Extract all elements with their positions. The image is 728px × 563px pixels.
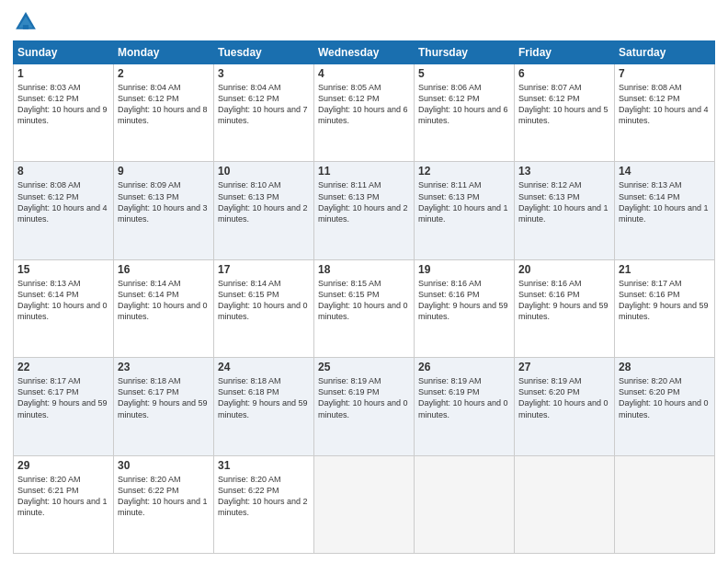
- day-number: 12: [418, 165, 510, 178]
- day-info: Sunrise: 8:20 AMSunset: 6:22 PMDaylight:…: [218, 474, 310, 519]
- day-info: Sunrise: 8:17 AMSunset: 6:16 PMDaylight:…: [619, 278, 711, 323]
- day-number: 9: [118, 165, 210, 178]
- calendar-day-cell: 21Sunrise: 8:17 AMSunset: 6:16 PMDayligh…: [615, 259, 715, 357]
- calendar-day-cell: 14Sunrise: 8:13 AMSunset: 6:14 PMDayligh…: [615, 162, 715, 259]
- day-number: 6: [518, 67, 610, 80]
- day-info: Sunrise: 8:19 AMSunset: 6:20 PMDaylight:…: [518, 375, 610, 420]
- day-of-week-header: Tuesday: [214, 41, 314, 64]
- day-number: 16: [118, 263, 210, 276]
- calendar-day-cell: 16Sunrise: 8:14 AMSunset: 6:14 PMDayligh…: [114, 259, 214, 357]
- day-info: Sunrise: 8:14 AMSunset: 6:15 PMDaylight:…: [218, 278, 310, 323]
- day-info: Sunrise: 8:18 AMSunset: 6:17 PMDaylight:…: [118, 375, 210, 420]
- day-info: Sunrise: 8:08 AMSunset: 6:12 PMDaylight:…: [619, 82, 711, 127]
- day-info: Sunrise: 8:07 AMSunset: 6:12 PMDaylight:…: [518, 82, 610, 127]
- calendar-day-cell: 31Sunrise: 8:20 AMSunset: 6:22 PMDayligh…: [214, 455, 314, 553]
- calendar-day-cell: 30Sunrise: 8:20 AMSunset: 6:22 PMDayligh…: [114, 455, 214, 553]
- calendar-day-cell: 22Sunrise: 8:17 AMSunset: 6:17 PMDayligh…: [14, 358, 114, 455]
- logo: [13, 9, 40, 35]
- header: [13, 9, 715, 35]
- day-of-week-header: Saturday: [615, 41, 715, 64]
- page: SundayMondayTuesdayWednesdayThursdayFrid…: [0, 0, 728, 563]
- day-info: Sunrise: 8:18 AMSunset: 6:18 PMDaylight:…: [218, 375, 310, 420]
- day-info: Sunrise: 8:20 AMSunset: 6:21 PMDaylight:…: [17, 474, 109, 519]
- calendar-day-cell: [515, 455, 615, 553]
- calendar-week-row: 8Sunrise: 8:08 AMSunset: 6:12 PMDaylight…: [14, 162, 715, 259]
- day-info: Sunrise: 8:08 AMSunset: 6:12 PMDaylight:…: [17, 179, 109, 224]
- day-number: 1: [17, 67, 109, 80]
- day-number: 22: [17, 361, 109, 373]
- day-info: Sunrise: 8:11 AMSunset: 6:13 PMDaylight:…: [318, 179, 410, 224]
- day-info: Sunrise: 8:16 AMSunset: 6:16 PMDaylight:…: [418, 278, 510, 323]
- calendar-day-cell: 28Sunrise: 8:20 AMSunset: 6:20 PMDayligh…: [615, 358, 715, 455]
- day-info: Sunrise: 8:12 AMSunset: 6:13 PMDaylight:…: [518, 179, 610, 224]
- day-info: Sunrise: 8:04 AMSunset: 6:12 PMDaylight:…: [118, 82, 210, 127]
- day-info: Sunrise: 8:16 AMSunset: 6:16 PMDaylight:…: [518, 278, 610, 323]
- calendar-day-cell: 4Sunrise: 8:05 AMSunset: 6:12 PMDaylight…: [314, 64, 415, 162]
- calendar-day-cell: 13Sunrise: 8:12 AMSunset: 6:13 PMDayligh…: [515, 162, 615, 259]
- day-number: 13: [518, 165, 610, 178]
- day-number: 20: [518, 263, 610, 276]
- day-info: Sunrise: 8:05 AMSunset: 6:12 PMDaylight:…: [318, 82, 410, 127]
- day-number: 8: [17, 165, 109, 178]
- day-number: 7: [619, 67, 711, 80]
- calendar-day-cell: 2Sunrise: 8:04 AMSunset: 6:12 PMDaylight…: [114, 64, 214, 162]
- calendar-day-cell: 24Sunrise: 8:18 AMSunset: 6:18 PMDayligh…: [214, 358, 314, 455]
- day-info: Sunrise: 8:10 AMSunset: 6:13 PMDaylight:…: [218, 179, 310, 224]
- calendar-day-cell: 10Sunrise: 8:10 AMSunset: 6:13 PMDayligh…: [214, 162, 314, 259]
- day-number: 19: [418, 263, 510, 276]
- calendar-day-cell: 19Sunrise: 8:16 AMSunset: 6:16 PMDayligh…: [415, 259, 515, 357]
- calendar-day-cell: 23Sunrise: 8:18 AMSunset: 6:17 PMDayligh…: [114, 358, 214, 455]
- day-number: 24: [218, 361, 310, 373]
- day-number: 21: [619, 263, 711, 276]
- day-info: Sunrise: 8:06 AMSunset: 6:12 PMDaylight:…: [418, 82, 510, 127]
- day-info: Sunrise: 8:13 AMSunset: 6:14 PMDaylight:…: [619, 179, 711, 224]
- day-info: Sunrise: 8:20 AMSunset: 6:20 PMDaylight:…: [619, 375, 711, 420]
- calendar-day-cell: 26Sunrise: 8:19 AMSunset: 6:19 PMDayligh…: [415, 358, 515, 455]
- calendar-week-row: 1Sunrise: 8:03 AMSunset: 6:12 PMDaylight…: [14, 64, 715, 162]
- calendar-day-cell: 12Sunrise: 8:11 AMSunset: 6:13 PMDayligh…: [415, 162, 515, 259]
- day-number: 11: [318, 165, 410, 178]
- day-number: 27: [518, 361, 610, 373]
- day-info: Sunrise: 8:17 AMSunset: 6:17 PMDaylight:…: [17, 375, 109, 420]
- day-number: 4: [318, 67, 410, 80]
- day-info: Sunrise: 8:20 AMSunset: 6:22 PMDaylight:…: [118, 474, 210, 519]
- day-info: Sunrise: 8:11 AMSunset: 6:13 PMDaylight:…: [418, 179, 510, 224]
- calendar-day-cell: 18Sunrise: 8:15 AMSunset: 6:15 PMDayligh…: [314, 259, 415, 357]
- day-of-week-header: Sunday: [14, 41, 114, 64]
- day-info: Sunrise: 8:13 AMSunset: 6:14 PMDaylight:…: [17, 278, 109, 323]
- logo-icon: [13, 9, 39, 35]
- day-info: Sunrise: 8:19 AMSunset: 6:19 PMDaylight:…: [418, 375, 510, 420]
- calendar-week-row: 22Sunrise: 8:17 AMSunset: 6:17 PMDayligh…: [14, 358, 715, 455]
- calendar: SundayMondayTuesdayWednesdayThursdayFrid…: [13, 40, 715, 554]
- calendar-header-row: SundayMondayTuesdayWednesdayThursdayFrid…: [14, 41, 715, 64]
- calendar-day-cell: 9Sunrise: 8:09 AMSunset: 6:13 PMDaylight…: [114, 162, 214, 259]
- day-number: 29: [17, 459, 109, 472]
- calendar-day-cell: 5Sunrise: 8:06 AMSunset: 6:12 PMDaylight…: [415, 64, 515, 162]
- day-number: 5: [418, 67, 510, 80]
- day-number: 26: [418, 361, 510, 373]
- calendar-day-cell: 7Sunrise: 8:08 AMSunset: 6:12 PMDaylight…: [615, 64, 715, 162]
- day-number: 14: [619, 165, 711, 178]
- day-number: 3: [218, 67, 310, 80]
- day-info: Sunrise: 8:04 AMSunset: 6:12 PMDaylight:…: [218, 82, 310, 127]
- calendar-day-cell: 17Sunrise: 8:14 AMSunset: 6:15 PMDayligh…: [214, 259, 314, 357]
- day-info: Sunrise: 8:19 AMSunset: 6:19 PMDaylight:…: [318, 375, 410, 420]
- day-number: 23: [118, 361, 210, 373]
- day-number: 2: [118, 67, 210, 80]
- calendar-day-cell: [314, 455, 415, 553]
- calendar-day-cell: 20Sunrise: 8:16 AMSunset: 6:16 PMDayligh…: [515, 259, 615, 357]
- day-number: 30: [118, 459, 210, 472]
- day-info: Sunrise: 8:03 AMSunset: 6:12 PMDaylight:…: [17, 82, 109, 127]
- day-info: Sunrise: 8:15 AMSunset: 6:15 PMDaylight:…: [318, 278, 410, 323]
- calendar-day-cell: 6Sunrise: 8:07 AMSunset: 6:12 PMDaylight…: [515, 64, 615, 162]
- day-of-week-header: Monday: [114, 41, 214, 64]
- day-number: 18: [318, 263, 410, 276]
- calendar-day-cell: 15Sunrise: 8:13 AMSunset: 6:14 PMDayligh…: [14, 259, 114, 357]
- calendar-day-cell: 1Sunrise: 8:03 AMSunset: 6:12 PMDaylight…: [14, 64, 114, 162]
- day-of-week-header: Thursday: [415, 41, 515, 64]
- day-number: 15: [17, 263, 109, 276]
- calendar-day-cell: 27Sunrise: 8:19 AMSunset: 6:20 PMDayligh…: [515, 358, 615, 455]
- calendar-day-cell: 8Sunrise: 8:08 AMSunset: 6:12 PMDaylight…: [14, 162, 114, 259]
- day-of-week-header: Friday: [515, 41, 615, 64]
- day-number: 10: [218, 165, 310, 178]
